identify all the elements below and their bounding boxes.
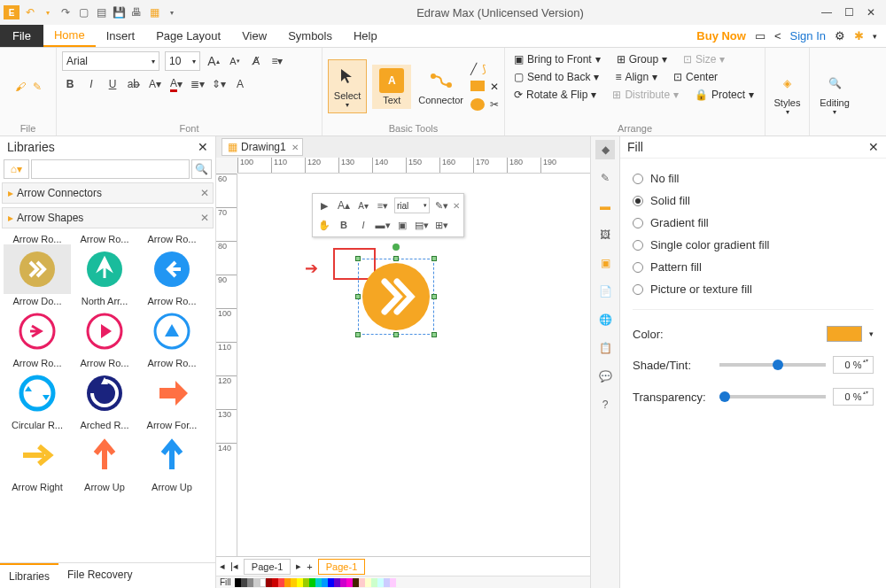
section-arrow-shapes[interactable]: ▸ Arrow Shapes✕ [2,207,214,228]
print-icon[interactable]: 🖶 [129,5,144,19]
undo-icon[interactable]: ↶ [23,5,37,19]
text-options-icon[interactable]: A [232,76,248,92]
text-tool[interactable]: A Text [372,65,411,109]
mini-close-icon[interactable]: ✕ [453,201,460,211]
connector-tool[interactable]: Connector [416,65,465,109]
library-search-input[interactable] [31,159,190,179]
paint-brush-icon[interactable]: 🖌 [15,81,26,93]
canvas-shape-arrow[interactable] [361,262,431,331]
shape-arrow-outline-right[interactable] [4,306,71,356]
shape-arrow-up-blue[interactable] [138,430,206,480]
radio-solid-fill[interactable]: Solid fill [633,190,874,212]
settings-gear-icon[interactable]: ⚙ [835,29,845,43]
shape-arrow-up-orange[interactable] [71,430,138,480]
picture-tool-icon[interactable]: 🖼 [595,225,615,244]
font-color-icon[interactable]: A▾ [168,76,184,92]
document-tab[interactable]: ▦ Drawing1✕ [222,138,303,156]
italic-icon[interactable]: I [83,76,99,92]
strikethrough-icon[interactable]: ab̶ [126,76,142,92]
tab-file-recovery[interactable]: File Recovery [58,563,141,588]
center-button[interactable]: ⊡ Center [670,69,721,85]
tab-insert[interactable]: Insert [96,25,146,47]
resize-handle[interactable] [393,332,399,337]
share-icon[interactable]: < [774,29,781,43]
size-button[interactable]: ⊡ Size ▾ [680,51,728,67]
fill-tool-icon[interactable]: ◆ [595,140,615,159]
page-prev-icon[interactable]: ◂ [220,561,225,572]
rotate-flip-button[interactable]: ⟳ Rotate & Flip ▾ [510,87,600,103]
file-menu[interactable]: File [0,25,43,47]
minimize-icon[interactable]: — [821,6,832,19]
radio-pattern-fill[interactable]: Pattern fill [633,256,874,278]
protect-button[interactable]: 🔒 Protect ▾ [691,87,758,103]
align-button[interactable]: ≡ Align ▾ [611,69,661,85]
select-tool[interactable]: Select ▾ [328,59,367,113]
mini-font-select[interactable]: rial▾ [394,197,430,213]
shade-value-input[interactable]: 0 %▴▾ [833,356,874,374]
radio-single-gradient[interactable]: Single color gradient fill [633,234,874,256]
doc-close-icon[interactable]: ✕ [291,143,299,152]
resize-handle[interactable] [355,256,361,261]
font-family-select[interactable]: Arial▾ [62,51,159,71]
page-tab[interactable]: Page-1 [244,559,291,575]
line-tool-icon[interactable]: ✎ [595,168,615,188]
resize-handle[interactable] [431,332,437,337]
underline-icon[interactable]: U [105,76,120,92]
shape-arrow-double[interactable] [4,244,71,294]
color-swatch[interactable] [827,326,862,342]
spacing-icon[interactable]: ⇕▾ [211,76,227,92]
buy-card-icon[interactable]: ▭ [755,29,766,43]
radio-no-fill[interactable]: No fill [633,167,874,190]
resize-handle[interactable] [393,256,399,261]
transparency-value-input[interactable]: 0 %▴▾ [833,388,874,406]
page-first-icon[interactable]: |◂ [230,561,238,572]
libraries-close-icon[interactable]: ✕ [198,140,208,154]
mini-italic-icon[interactable]: I [355,217,371,233]
mini-hand-icon[interactable]: ✋ [316,217,332,233]
arc-shape-icon[interactable]: ⟆ [482,63,486,75]
undo-dropdown-icon[interactable]: ▾ [41,5,55,19]
tab-symbols[interactable]: Symbols [277,25,343,47]
mini-brush-icon[interactable]: ✎▾ [433,197,449,213]
comment-tool-icon[interactable]: 💬 [595,367,615,386]
mini-align-icon[interactable]: ≡▾ [375,197,391,213]
mini-fill-icon[interactable]: ▬▾ [375,217,391,233]
fill-panel-close-icon[interactable]: ✕ [868,140,879,154]
line-shape-icon[interactable]: ╱ [470,63,477,75]
highlight-icon[interactable]: A▾ [147,76,163,92]
bring-to-front-button[interactable]: ▣ Bring to Front ▾ [510,51,604,67]
shape-arrow-left[interactable] [138,244,206,294]
section-arrow-connectors[interactable]: ▸ Arrow Connectors✕ [2,182,214,204]
layer-tool-icon[interactable]: ▣ [595,253,615,273]
transparency-slider[interactable] [719,395,826,398]
mini-color-icon[interactable]: ▤▾ [414,217,430,233]
tab-libraries[interactable]: Libraries [0,563,58,588]
mini-toolbar[interactable]: ▶ A▴ A▾ ≡▾ rial▾ ✎▾ ✕ ✋ B I ▬▾ ▣ ▤▾ ⊞▾ [312,193,464,237]
help-tool-icon[interactable]: ? [595,395,615,414]
color-app-icon[interactable]: ✱ [854,29,864,43]
mini-shape-icon[interactable]: ▣ [394,217,410,233]
tab-page-layout[interactable]: Page Layout [145,25,231,47]
rect-shape-icon[interactable] [470,81,485,93]
collapse-ribbon-icon[interactable]: ▾ [873,32,877,41]
qat-dropdown-icon[interactable]: ▾ [165,5,179,19]
mini-more-icon[interactable]: ⊞▾ [433,217,449,233]
mini-bold-icon[interactable]: B [336,217,352,233]
section-close-icon[interactable]: ✕ [200,212,209,224]
close-icon[interactable]: ✕ [867,6,875,19]
color-dropdown-icon[interactable]: ▾ [869,329,874,338]
bullets-icon[interactable]: ≣▾ [190,76,206,92]
shape-north-arrow[interactable] [71,244,138,294]
styles-button[interactable]: ◈ Styles ▾ [771,67,804,120]
shadow-tool-icon[interactable]: ▬ [595,197,615,216]
page-next-icon[interactable]: ▸ [296,561,301,572]
options-icon[interactable]: ▦ [147,5,161,19]
decrease-font-icon[interactable]: A▾ [227,53,243,69]
group-button[interactable]: ⊞ Group ▾ [613,51,671,67]
buy-now-link[interactable]: Buy Now [696,29,746,43]
distribute-button[interactable]: ⊞ Distribute ▾ [609,87,682,103]
crop-tool-icon[interactable]: ✂ [490,98,499,111]
library-home-dropdown[interactable]: ⌂▾ [4,159,29,179]
mini-increase-font-icon[interactable]: A▴ [336,197,352,213]
align-dropdown-icon[interactable]: ≡▾ [269,53,285,69]
